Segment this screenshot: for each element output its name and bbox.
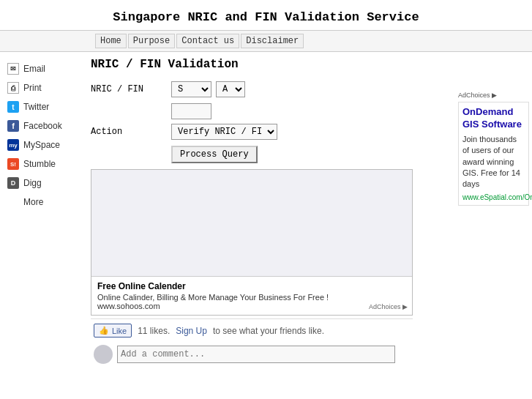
action-label: Action xyxy=(91,127,171,137)
right-ad-url: www.eSpatial.com/On... xyxy=(462,193,525,201)
nav-home[interactable]: Home xyxy=(95,34,127,48)
facebook-icon: f xyxy=(7,120,19,132)
inner-ad: Free Online Calender Online Calinder, Bi… xyxy=(91,276,412,315)
ad-choices-label: AdChoices ▶ xyxy=(458,92,529,99)
action-controls: Verify NRIC / FIN Generate NRIC Generate… xyxy=(171,124,277,140)
twitter-icon: t xyxy=(7,101,19,113)
social-stumble[interactable]: S! Stumble xyxy=(0,154,88,174)
process-row: Process Query xyxy=(91,146,448,163)
right-ad-box[interactable]: OnDemand GIS Software Join thousands of … xyxy=(458,102,529,206)
social-email-label: Email xyxy=(23,64,45,74)
nav-disclaimer[interactable]: Disclaimer xyxy=(241,34,304,48)
social-print[interactable]: ⎙ Print xyxy=(0,78,88,97)
signup-suffix: to see what your friends like. xyxy=(213,326,324,336)
digg-icon: D xyxy=(7,177,19,189)
inner-ad-text: Online Calinder, Billing & More Manage Y… xyxy=(97,293,406,302)
nav-contact[interactable]: Contact us xyxy=(176,34,239,48)
gender-select[interactable]: A B xyxy=(216,81,245,97)
social-sidebar: ✉ Email ⎙ Print t Twitter f Facebook my … xyxy=(0,52,88,367)
comment-input[interactable] xyxy=(117,346,395,363)
action-select[interactable]: Verify NRIC / FIN Generate NRIC Generate… xyxy=(171,124,277,140)
social-stumble-label: Stumble xyxy=(23,159,56,169)
nav-bar: Home Purpose Contact us Disclaimer xyxy=(0,30,532,52)
right-ad-title: OnDemand GIS Software xyxy=(462,106,525,131)
email-icon: ✉ xyxy=(7,63,19,75)
inner-ad-title: Free Online Calender xyxy=(97,281,406,291)
thumbs-up-icon: 👍 xyxy=(99,326,109,335)
section-title: NRIC / FIN Validation xyxy=(88,58,448,71)
myspace-icon: my xyxy=(7,139,19,151)
ad-choices-text: AdChoices ▶ xyxy=(458,92,497,99)
main-layout: ✉ Email ⎙ Print t Twitter f Facebook my … xyxy=(0,52,532,367)
like-btn-label: Like xyxy=(112,327,127,335)
result-box: Free Online Calender Online Calinder, Bi… xyxy=(91,169,413,316)
inner-ad-url: www.sohoos.com xyxy=(97,302,406,310)
more-icon xyxy=(7,196,19,208)
social-more-label: More xyxy=(23,197,43,207)
nric-input[interactable] xyxy=(171,103,211,119)
social-digg-label: Digg xyxy=(23,178,42,188)
stumble-icon: S! xyxy=(7,158,19,170)
right-sidebar: AdChoices ▶ OnDemand GIS Software Join t… xyxy=(455,89,532,367)
social-twitter[interactable]: t Twitter xyxy=(0,97,88,116)
comment-avatar xyxy=(94,345,113,364)
page-title: Singapore NRIC and FIN Validation Servic… xyxy=(0,0,532,30)
social-myspace[interactable]: my MySpace xyxy=(0,135,88,154)
nric-controls: S T F G A B xyxy=(171,81,245,97)
nric-label: NRIC / FIN xyxy=(91,84,171,94)
like-bar: 👍 Like 11 likes. Sign Up to see what you… xyxy=(91,318,413,342)
comment-area xyxy=(91,342,413,367)
social-myspace-label: MySpace xyxy=(23,140,60,150)
signup-link[interactable]: Sign Up xyxy=(176,326,207,336)
like-count: 11 likes. xyxy=(138,326,170,336)
like-button[interactable]: 👍 Like xyxy=(94,324,132,338)
action-row: Action Verify NRIC / FIN Generate NRIC G… xyxy=(91,124,448,140)
social-digg[interactable]: D Digg xyxy=(0,174,88,193)
process-button[interactable]: Process Query xyxy=(171,146,258,163)
social-twitter-label: Twitter xyxy=(23,102,49,112)
prefix-select[interactable]: S T F G xyxy=(171,81,211,97)
social-facebook[interactable]: f Facebook xyxy=(0,116,88,135)
right-ad-text: Join thousands of users of our award win… xyxy=(462,134,525,190)
form-area: NRIC / FIN S T F G A B xyxy=(88,81,448,367)
social-more[interactable]: More xyxy=(0,193,88,212)
social-email[interactable]: ✉ Email xyxy=(0,59,88,78)
print-icon: ⎙ xyxy=(7,82,19,94)
social-facebook-label: Facebook xyxy=(23,121,62,131)
nav-purpose[interactable]: Purpose xyxy=(128,34,175,48)
nric-input-row xyxy=(171,103,448,119)
nric-row: NRIC / FIN S T F G A B xyxy=(91,81,448,97)
social-print-label: Print xyxy=(23,83,42,93)
content-area: NRIC / FIN Validation NRIC / FIN S T F G… xyxy=(88,52,455,367)
inner-ad-choices: AdChoices ▶ xyxy=(369,303,408,310)
